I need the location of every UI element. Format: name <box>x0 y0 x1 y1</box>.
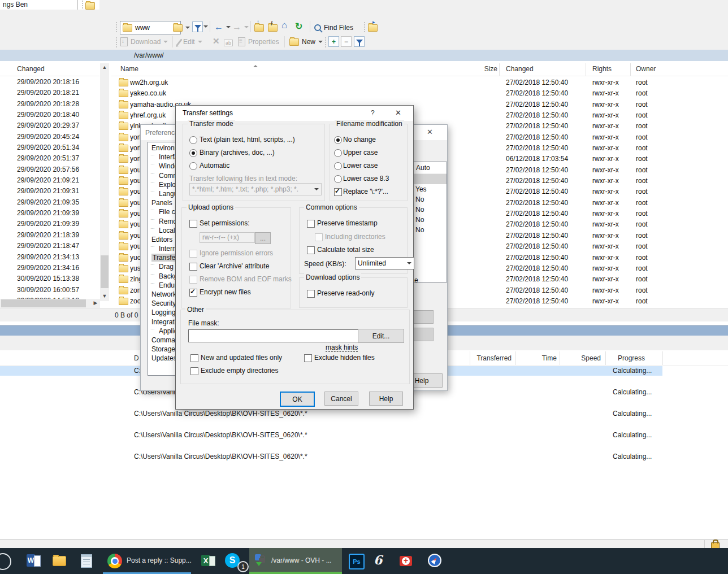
checkbox-calculate-total-size[interactable] <box>307 246 315 254</box>
remote-path-bar[interactable]: /var/www/ <box>0 50 728 62</box>
winscp-task-button[interactable]: /var/www - OVH - ... <box>249 548 342 574</box>
chevron-down-icon[interactable] <box>314 188 319 190</box>
refresh-button[interactable]: ↻ <box>295 19 302 33</box>
checkbox-set-permissions[interactable] <box>189 220 197 228</box>
scroll-up-icon[interactable]: ▲ <box>100 63 109 72</box>
header-speed[interactable]: Speed <box>563 354 601 362</box>
radio-lower-case[interactable] <box>334 162 342 170</box>
folder-icon[interactable] <box>85 2 95 10</box>
close-icon[interactable]: ✕ <box>395 108 401 117</box>
download-button[interactable]: Download <box>120 35 168 49</box>
checkbox-replace-chars[interactable] <box>334 188 342 196</box>
permissions-input[interactable]: rw-r--r-- (+x) <box>200 232 255 243</box>
session-icon-button[interactable]: ▸ <box>368 21 378 34</box>
local-row[interactable]: 29/09/2020 21:34:16 <box>0 263 99 273</box>
permissions-browse-button[interactable]: ... <box>255 232 271 244</box>
help-icon[interactable]: ? <box>371 109 375 117</box>
local-hscrollbar[interactable]: ▶ <box>0 299 100 308</box>
local-row[interactable]: 29/09/2020 20:45:24 <box>0 132 99 142</box>
address-combo[interactable]: www <box>120 21 181 34</box>
local-file-list[interactable]: 29/09/2020 20:18:1629/09/2020 20:18:2129… <box>0 77 99 306</box>
scroll-right-icon[interactable]: ▶ <box>91 299 100 308</box>
notepad-icon[interactable] <box>81 554 92 568</box>
local-row[interactable]: 29/09/2020 21:09:35 <box>0 197 99 208</box>
checkbox-including-directories[interactable] <box>315 233 323 241</box>
local-row[interactable]: 29/09/2020 20:18:28 <box>0 99 99 110</box>
chevron-down-icon[interactable] <box>318 41 323 43</box>
cancel-button[interactable]: Cancel <box>324 392 358 406</box>
file-explorer-icon[interactable] <box>53 556 66 566</box>
local-vscrollbar[interactable]: ▲ ▼ <box>100 63 109 301</box>
header-name[interactable]: Name <box>120 65 138 73</box>
local-row[interactable]: 29/09/2020 20:51:34 <box>0 142 99 153</box>
header-changed[interactable]: Changed <box>506 65 534 73</box>
add-button[interactable]: + <box>328 36 339 47</box>
chevron-down-icon[interactable] <box>407 262 411 264</box>
local-row[interactable]: 29/09/2020 20:51:37 <box>0 153 99 164</box>
excel-icon[interactable]: X <box>201 555 210 566</box>
radio-lower-case-83[interactable] <box>334 175 342 183</box>
text-mode-mask-combo[interactable]: *.*html; *.htm; *.txt; *.php; *.php3; *. <box>189 183 322 195</box>
checkbox-encrypt-new-files[interactable] <box>189 289 197 297</box>
close-icon[interactable]: ✕ <box>427 128 433 136</box>
header-owner[interactable]: Owner <box>636 65 656 73</box>
search-circle-icon[interactable] <box>0 553 11 570</box>
queue-row[interactable]: C:\Users\Vanilla Circus\Desktop\BK\OVH-S… <box>0 452 728 462</box>
home-directory-button[interactable]: ⌂ <box>281 19 287 32</box>
radio-automatic-mode[interactable] <box>189 162 197 170</box>
local-row[interactable]: 29/09/2020 20:57:56 <box>0 164 99 175</box>
session-input-fragment[interactable]: ngs Ben <box>0 0 77 10</box>
header-rights[interactable]: Rights <box>592 65 612 73</box>
checkbox-ignore-permission-errors[interactable] <box>189 250 197 258</box>
radio-no-change[interactable] <box>334 136 342 144</box>
chevron-down-icon[interactable] <box>203 25 208 28</box>
properties-button[interactable]: Properties <box>238 35 279 49</box>
find-files-button[interactable]: Find Files <box>314 21 353 34</box>
queue-row[interactable]: C:\Users\Vanilla Circus\Desktop\BK\OVH-S… <box>0 430 728 440</box>
remote-row[interactable]: ww2h.org.uk 27/02/2018 12:50:40 rwxr-xr-… <box>111 77 728 88</box>
edit-mask-button[interactable]: Edit... <box>358 329 404 343</box>
scroll-down-icon[interactable]: ▼ <box>100 292 109 301</box>
scrollbar-thumb[interactable] <box>1 299 86 307</box>
local-row[interactable]: 29/09/2020 21:09:39 <box>0 208 99 219</box>
chevron-down-icon[interactable] <box>163 41 168 43</box>
local-row[interactable]: 29/09/2020 21:09:21 <box>0 175 99 186</box>
remote-row[interactable]: yakeo.co.uk 27/02/2018 12:50:40 rwxr-xr-… <box>111 88 728 98</box>
parent-directory-button[interactable]: ↑ <box>254 21 264 34</box>
header-progress[interactable]: Progress <box>618 354 645 362</box>
skype-icon[interactable]: S 1 <box>225 553 250 572</box>
medkit-icon[interactable] <box>400 556 412 566</box>
chrome-task-button[interactable]: Post a reply :: Supp... <box>103 548 191 574</box>
file-mask-combo[interactable] <box>188 329 367 342</box>
local-row[interactable]: 30/09/2020 15:13:38 <box>0 273 99 284</box>
checkbox-exclude-hidden[interactable] <box>304 354 312 362</box>
checkbox-preserve-read-only[interactable] <box>307 290 315 298</box>
radio-text-mode[interactable] <box>189 136 197 144</box>
local-row[interactable]: 29/09/2020 21:09:31 <box>0 186 99 197</box>
local-row[interactable]: 29/09/2020 20:18:40 <box>0 110 99 120</box>
local-row[interactable]: 29/09/2020 20:18:16 <box>0 77 99 88</box>
chevron-down-icon[interactable] <box>198 41 202 43</box>
transfer-settings-titlebar[interactable]: Transfer settings ? ✕ <box>176 106 413 121</box>
dragon-icon[interactable]: 6 <box>374 553 382 567</box>
chevron-down-icon[interactable] <box>244 26 249 28</box>
ok-button[interactable]: OK <box>280 392 315 407</box>
checkbox-exclude-empty-dirs[interactable] <box>190 367 198 375</box>
open-directory-button[interactable] <box>173 21 190 34</box>
local-row[interactable]: 29/09/2020 20:18:21 <box>0 88 99 98</box>
root-directory-button[interactable]: / <box>268 21 278 34</box>
local-row[interactable]: 30/09/2020 16:00:57 <box>0 285 99 295</box>
edit-button[interactable]: Edit <box>179 35 202 49</box>
local-row[interactable]: 29/09/2020 20:29:37 <box>0 120 99 131</box>
help-button[interactable]: Help <box>369 392 403 406</box>
delete-button[interactable]: ✕ <box>213 34 220 48</box>
header-destination-fragment[interactable]: D <box>134 354 139 362</box>
header-time[interactable]: Time <box>519 354 557 362</box>
checkbox-preserve-timestamp[interactable] <box>307 220 315 228</box>
remove-button[interactable]: − <box>341 36 352 47</box>
speed-combo[interactable]: Unlimited <box>355 257 414 269</box>
queue-row[interactable]: C:\Users\Vanilla Circus\Desktop\BK\OVH-S… <box>0 409 728 419</box>
local-row[interactable]: 29/09/2020 21:18:39 <box>0 230 99 241</box>
photoshop-icon[interactable]: Ps <box>349 554 365 569</box>
chevron-down-icon[interactable] <box>226 26 231 28</box>
